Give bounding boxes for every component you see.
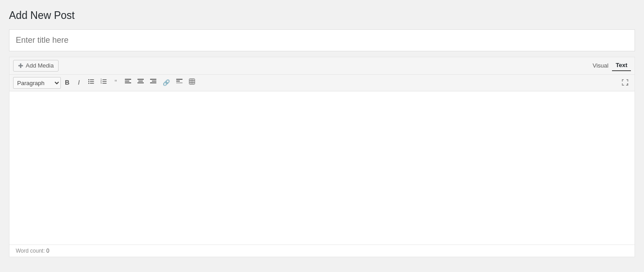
editor-footer: Word count: 0 xyxy=(9,245,635,257)
table-button[interactable] xyxy=(186,77,198,89)
svg-text:3.: 3. xyxy=(100,82,102,84)
svg-rect-24 xyxy=(189,79,195,84)
visual-text-tabs: Visual Text xyxy=(589,60,631,71)
blockquote-button[interactable]: “ xyxy=(110,77,121,89)
word-count-value: 0 xyxy=(46,248,50,254)
add-media-label: Add Media xyxy=(26,62,54,69)
italic-button[interactable]: I xyxy=(73,77,84,89)
toolbar-row: Paragraph Heading 1 Heading 2 Heading 3 … xyxy=(9,75,635,91)
align-center-button[interactable] xyxy=(135,77,146,89)
svg-rect-20 xyxy=(150,82,156,83)
add-media-button[interactable]: ✚ Add Media xyxy=(13,60,59,72)
editor-outer: ✚ Add Media Visual Text Paragraph Headin… xyxy=(9,57,635,257)
bold-button[interactable]: B xyxy=(62,77,73,89)
page-wrapper: Add New Post ✚ Add Media Visual Text Par… xyxy=(0,0,644,266)
tab-text[interactable]: Text xyxy=(612,60,631,71)
svg-rect-7 xyxy=(103,79,107,80)
svg-rect-5 xyxy=(90,83,94,84)
title-input-wrapper xyxy=(9,29,635,51)
svg-rect-17 xyxy=(137,82,144,83)
align-left-button[interactable] xyxy=(122,77,134,89)
svg-point-4 xyxy=(88,83,89,84)
ordered-list-button[interactable]: 1.2.3. xyxy=(98,77,110,89)
svg-rect-3 xyxy=(90,81,94,82)
add-media-icon: ✚ xyxy=(18,62,23,69)
unordered-list-button[interactable] xyxy=(85,77,97,89)
svg-rect-16 xyxy=(138,81,143,82)
svg-rect-22 xyxy=(176,81,180,82)
link-button[interactable]: 🔗 xyxy=(160,77,173,88)
title-input[interactable] xyxy=(9,30,635,51)
toolbar-left: Paragraph Heading 1 Heading 2 Heading 3 … xyxy=(13,77,198,89)
svg-rect-15 xyxy=(137,79,144,80)
editor-content[interactable] xyxy=(9,91,635,245)
svg-rect-9 xyxy=(103,81,107,82)
horizontal-rule-button[interactable] xyxy=(174,77,185,89)
svg-rect-12 xyxy=(125,79,131,80)
svg-rect-13 xyxy=(125,81,129,82)
word-count-label: Word count: xyxy=(16,248,45,254)
format-select[interactable]: Paragraph Heading 1 Heading 2 Heading 3 … xyxy=(13,77,61,89)
svg-point-0 xyxy=(88,79,89,80)
tab-visual[interactable]: Visual xyxy=(589,60,612,71)
svg-point-2 xyxy=(88,81,89,82)
svg-rect-14 xyxy=(125,82,131,83)
svg-rect-1 xyxy=(90,79,94,80)
svg-rect-23 xyxy=(176,82,183,83)
svg-rect-21 xyxy=(176,79,183,80)
align-right-button[interactable] xyxy=(147,77,159,89)
page-title: Add New Post xyxy=(9,9,635,23)
svg-rect-11 xyxy=(103,83,107,84)
svg-rect-19 xyxy=(152,81,156,82)
svg-rect-18 xyxy=(150,79,156,80)
fullscreen-button[interactable] xyxy=(619,78,631,88)
editor-top-bar: ✚ Add Media Visual Text xyxy=(9,57,635,75)
